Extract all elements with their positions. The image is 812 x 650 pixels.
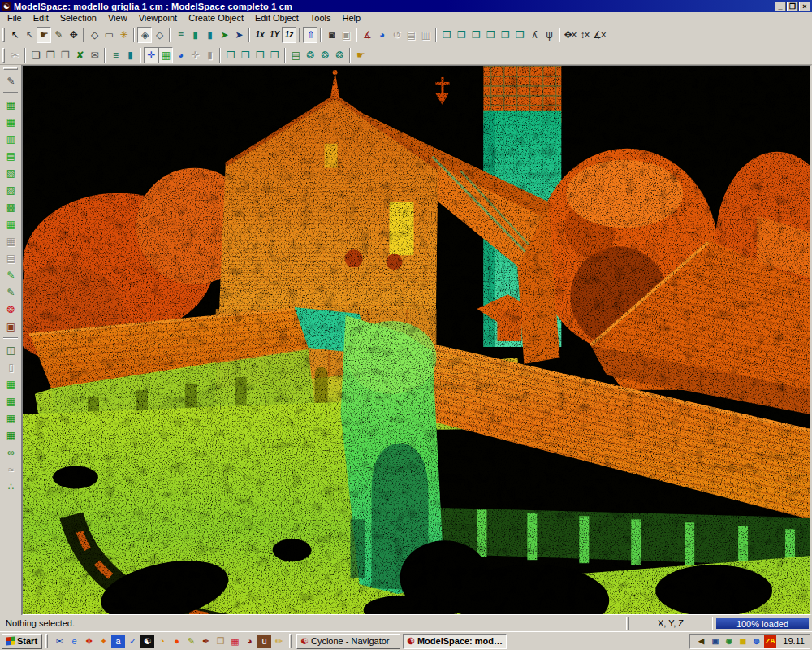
show-axes-button[interactable]: ✛ bbox=[144, 47, 158, 63]
volume-icon[interactable]: ◀ bbox=[695, 635, 707, 648]
constrain-x-button[interactable]: 1x bbox=[253, 27, 267, 43]
toolbar-grip[interactable] bbox=[2, 48, 5, 63]
menu-item[interactable]: Viewpoint bbox=[133, 12, 184, 24]
camera-window-button[interactable]: ▣ bbox=[339, 27, 353, 43]
display-icon[interactable]: ◉ bbox=[723, 635, 735, 648]
grab-hand-button[interactable]: ☛ bbox=[353, 47, 368, 63]
object-pair-button[interactable]: ◫ bbox=[2, 341, 19, 358]
constrain-z-button[interactable]: 1z bbox=[282, 27, 296, 43]
menu-item[interactable]: File bbox=[2, 12, 28, 24]
view-front-button[interactable]: ❒ bbox=[439, 27, 454, 43]
rect-fence-button[interactable]: ▭ bbox=[102, 27, 116, 43]
levitate-button[interactable]: ⇑ bbox=[303, 27, 317, 43]
grid-align-button[interactable]: ▦ bbox=[2, 215, 19, 232]
reset-updown-button[interactable]: ↕× bbox=[577, 27, 592, 43]
camera-audio-button[interactable]: ◙ bbox=[324, 27, 339, 43]
ql-red-grid-icon[interactable]: ▦ bbox=[228, 635, 242, 648]
start-button[interactable]: Start bbox=[2, 634, 42, 649]
view-persp-button[interactable]: ψ bbox=[542, 27, 556, 43]
grid-pair-button[interactable]: ▤ bbox=[2, 147, 19, 164]
title-bar[interactable]: ☯ ModelSpace: modello griglia 1 cm : Mod… bbox=[0, 0, 812, 12]
ql-check-app-icon[interactable]: ✓ bbox=[126, 635, 140, 648]
taskbar-grip[interactable] bbox=[45, 634, 48, 648]
unlink-button[interactable]: ✂ bbox=[7, 47, 22, 63]
seek-globe-button[interactable]: ◕ bbox=[374, 27, 389, 43]
seek-box-button[interactable]: ▤ bbox=[404, 27, 418, 43]
minimize-button[interactable]: _ bbox=[775, 2, 786, 11]
link-gray-button[interactable]: ≈ bbox=[2, 461, 19, 478]
ql-dark-red-icon[interactable]: ◕ bbox=[243, 635, 257, 648]
frame-button[interactable]: ▮ bbox=[202, 47, 217, 63]
pick-cylinder-2-button[interactable]: ▮ bbox=[123, 47, 137, 63]
copy-button[interactable]: ❏ bbox=[28, 47, 43, 63]
grid-gray-2-button[interactable]: ▤ bbox=[2, 249, 19, 266]
viewstate-4-button[interactable]: ❒ bbox=[267, 47, 282, 63]
mesh-fit-button[interactable]: ▦ bbox=[2, 427, 19, 444]
view-left-button[interactable]: ❒ bbox=[469, 27, 483, 43]
grid-create-button[interactable]: ▦ bbox=[2, 96, 19, 113]
view-top-button[interactable]: ❒ bbox=[498, 27, 512, 43]
region-colors-button[interactable]: ❂ bbox=[2, 301, 19, 318]
menu-item[interactable]: Tools bbox=[304, 12, 337, 24]
grid-pencil-1-button[interactable]: ✎ bbox=[2, 266, 19, 284]
mesh-grid-button[interactable]: ▦ bbox=[2, 375, 19, 392]
viewstate-3-button[interactable]: ❒ bbox=[253, 47, 267, 63]
menu-item[interactable]: Edit bbox=[28, 12, 54, 24]
grid-cut-button[interactable]: ▨ bbox=[2, 181, 19, 198]
menu-item[interactable]: View bbox=[102, 12, 133, 24]
viewstate-1-button[interactable]: ❒ bbox=[223, 47, 238, 63]
toolbar-grip[interactable] bbox=[3, 67, 18, 70]
ql-red-app-icon[interactable]: ❖ bbox=[82, 635, 96, 648]
add-cylinder-button[interactable]: ▮ bbox=[188, 27, 202, 43]
view-bottom-button[interactable]: ❒ bbox=[512, 27, 527, 43]
reset-rotate-button[interactable]: ∡× bbox=[592, 27, 607, 43]
sketch-pencil-button[interactable]: ✎ bbox=[2, 72, 19, 89]
pan-move-button[interactable]: ✥ bbox=[66, 27, 80, 43]
view-back-button[interactable]: ❒ bbox=[454, 27, 469, 43]
seek-plane-button[interactable]: ▥ bbox=[418, 27, 433, 43]
pick-point-button[interactable]: ➤ bbox=[217, 27, 231, 43]
clipboard-button[interactable]: ❐ bbox=[43, 47, 58, 63]
grid-edit-button[interactable]: ▦ bbox=[2, 113, 19, 130]
task-cyclone-navigator[interactable]: ☯ Cyclone - Navigator bbox=[296, 634, 400, 649]
zonealarm-icon[interactable]: ZA bbox=[764, 635, 776, 648]
task-modelspace[interactable]: ☯ ModelSpace: modello ... bbox=[403, 634, 507, 649]
image-frame-button[interactable]: ▣ bbox=[2, 318, 19, 335]
taskbar-grip[interactable] bbox=[289, 634, 292, 648]
vb-tray-icon[interactable]: ▦ bbox=[736, 635, 749, 648]
layers-button[interactable]: ≡ bbox=[173, 27, 188, 43]
pan-hand-button[interactable]: ☛ bbox=[37, 27, 51, 43]
clipboard-edit-button[interactable]: ❐ bbox=[58, 47, 72, 63]
ql-mail-icon[interactable]: ✉ bbox=[53, 635, 67, 648]
drop-points-button[interactable]: ∴ bbox=[2, 478, 19, 495]
object-gray-button[interactable]: ▯ bbox=[2, 358, 19, 375]
grid-merge-button[interactable]: ▧ bbox=[2, 164, 19, 181]
toolbar-grip[interactable] bbox=[2, 28, 5, 42]
ql-u-app-icon[interactable]: u bbox=[257, 635, 271, 648]
multi-pick-button[interactable]: ➤ bbox=[231, 27, 246, 43]
view-right-button[interactable]: ❒ bbox=[483, 27, 498, 43]
grid-gray-1-button[interactable]: ▦ bbox=[2, 232, 19, 249]
restore-button[interactable]: ❐ bbox=[787, 2, 798, 11]
constrain-y-button[interactable]: 1Y bbox=[267, 27, 282, 43]
grid-box-button[interactable]: ▥ bbox=[2, 130, 19, 147]
pick-edit-button[interactable]: ✘ bbox=[72, 47, 87, 63]
grid-pencil-2-button[interactable]: ✎ bbox=[2, 284, 19, 301]
ql-pencil-app-icon[interactable]: ✎ bbox=[184, 635, 198, 648]
ql-blue-a-icon[interactable]: a bbox=[111, 635, 125, 648]
ql-brush-app-icon[interactable]: ✏ bbox=[272, 635, 286, 648]
menu-item[interactable]: Edit Object bbox=[249, 12, 304, 24]
select-tool-button[interactable]: ↖ bbox=[7, 27, 22, 43]
ql-yellow-app-icon[interactable]: ◔ bbox=[155, 635, 169, 648]
viewstate-2-button[interactable]: ❒ bbox=[238, 47, 253, 63]
menu-item[interactable]: Selection bbox=[54, 12, 102, 24]
grid-edit-mode-button[interactable]: ▦ bbox=[158, 47, 173, 63]
world-button[interactable]: ◕ bbox=[173, 47, 188, 63]
mesh-up-button[interactable]: ▦ bbox=[2, 392, 19, 410]
reset-pan-button[interactable]: ✥× bbox=[563, 27, 577, 43]
view-axo-button[interactable]: ʎ bbox=[527, 27, 542, 43]
annotate-query-button[interactable]: ❂ bbox=[303, 47, 317, 63]
ql-pen-app-icon[interactable]: ✒ bbox=[199, 635, 213, 648]
ql-cyclone-icon[interactable]: ☯ bbox=[140, 635, 154, 648]
notebook-button[interactable]: ▤ bbox=[288, 47, 303, 63]
